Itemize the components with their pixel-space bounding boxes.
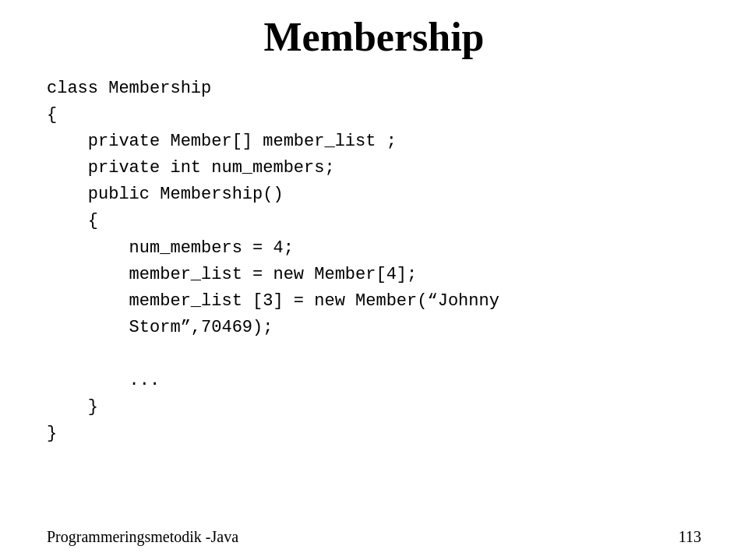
title-area: Membership <box>31 0 717 68</box>
footer-page-number: 113 <box>679 528 701 546</box>
footer: Programmeringsmetodik -Java 113 <box>0 528 748 546</box>
footer-course: Programmeringsmetodik -Java <box>47 528 238 546</box>
code-area: class Membership { private Member[] memb… <box>31 76 717 447</box>
page-container: Membership class Membership { private Me… <box>0 0 748 560</box>
page-title: Membership <box>31 14 717 60</box>
code-block: class Membership { private Member[] memb… <box>47 76 717 447</box>
